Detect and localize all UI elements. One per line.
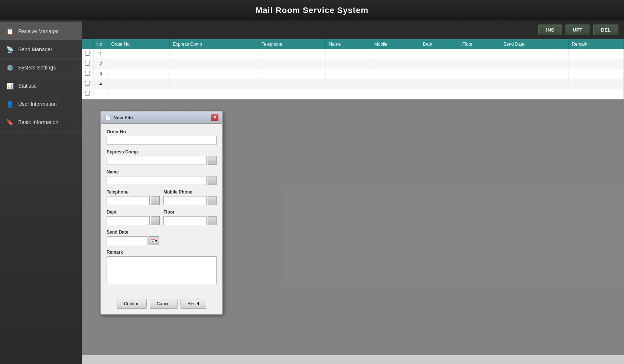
row-1-send-date	[500, 49, 569, 59]
cancel-button[interactable]: Cancel	[150, 299, 178, 309]
row-2-mobile	[371, 59, 420, 69]
reset-button[interactable]: Reset	[181, 299, 206, 309]
dialog-body: Order No Express Comp ...	[101, 124, 222, 295]
row-3-dept	[420, 69, 459, 79]
telephone-col: Telephone ...	[107, 189, 160, 205]
row-2-send-date	[500, 59, 569, 69]
row-4-dept	[420, 79, 459, 89]
dept-floor-row: Dept ... Floor	[107, 209, 217, 225]
telephone-input[interactable]	[107, 196, 150, 205]
sidebar-item-user-information[interactable]: 👤 User Information	[0, 95, 82, 113]
sidebar-item-receive-manager[interactable]: 📋 Receive Manager	[0, 22, 82, 40]
ins-button[interactable]: INS	[538, 25, 562, 35]
row-1-dept	[420, 49, 459, 59]
table-row: 2	[82, 59, 624, 69]
row-1-remark	[569, 49, 624, 59]
dialog-footer: Confirm Cancel Reset	[101, 295, 222, 314]
statistic-icon: 📊	[6, 81, 14, 90]
express-comp-input[interactable]	[107, 156, 207, 165]
confirm-button[interactable]: Confirm	[117, 299, 147, 309]
row-4-checkbox[interactable]	[85, 81, 90, 86]
row-4-order-no	[108, 79, 170, 89]
send-date-input[interactable]: 2011-08-30	[107, 236, 147, 245]
row-3-send-date	[500, 69, 569, 79]
row-4-express-comp	[170, 79, 259, 89]
sidebar-item-basic-information[interactable]: 🔖 Basic Information	[0, 113, 82, 131]
col-send-date: Send Date	[500, 39, 569, 49]
remark-textarea[interactable]	[107, 256, 217, 284]
row-2-no: 2	[93, 59, 108, 69]
row-3-floor	[459, 69, 500, 79]
toolbar: INS UPT DEL	[82, 20, 624, 39]
row-3-telephone	[259, 69, 326, 79]
row-1-name	[326, 49, 371, 59]
order-no-input[interactable]	[107, 136, 217, 145]
row-3-checkbox[interactable]	[85, 71, 90, 76]
row-2-checkbox[interactable]	[85, 61, 90, 66]
row-2-express-comp	[170, 59, 259, 69]
form-group-tel-mobile: Telephone ... Mobile Phone	[107, 189, 217, 205]
dialog-close-button[interactable]: ✕	[211, 114, 218, 121]
content-area: INS UPT DEL No Order No Express Comp Tel…	[82, 20, 624, 364]
upt-button[interactable]: UPT	[565, 25, 590, 35]
row-4-mobile	[371, 79, 420, 89]
form-group-send-date: Send Date 2011-08-30 📅▾	[107, 230, 217, 245]
table-row: 1	[82, 49, 624, 59]
mobile-phone-input-group: ...	[163, 196, 217, 205]
row-1-checkbox[interactable]	[85, 51, 90, 56]
name-input[interactable]	[107, 176, 207, 185]
col-dept: Dept	[420, 39, 459, 49]
basic-information-icon: 🔖	[6, 118, 14, 127]
form-group-order-no: Order No	[107, 129, 217, 145]
name-label: Name	[107, 169, 217, 175]
table-row: 4	[82, 79, 624, 89]
name-browse-button[interactable]: ...	[208, 176, 217, 185]
row-4-telephone	[259, 79, 326, 89]
sidebar-item-system-settings[interactable]: ⚙️ System Settings	[0, 59, 82, 77]
mobile-phone-browse-button[interactable]: ...	[208, 196, 217, 205]
table-row: 3	[82, 69, 624, 79]
order-no-label: Order No	[107, 129, 217, 134]
form-group-name: Name ...	[107, 169, 217, 185]
sidebar-item-statistic[interactable]: 📊 Statistic	[0, 77, 82, 95]
col-floor: Floor	[459, 39, 500, 49]
user-information-icon: 👤	[6, 100, 14, 108]
dept-browse-button[interactable]: ...	[151, 216, 160, 225]
col-checkbox	[82, 39, 93, 49]
header: Mail Room Service System	[0, 0, 624, 20]
row-1-no: 1	[93, 49, 108, 59]
col-telephone: Telephone	[259, 39, 326, 49]
row-5-checkbox[interactable]	[85, 91, 90, 96]
send-date-input-group: 2011-08-30 📅▾	[107, 236, 217, 245]
status-bar	[82, 355, 624, 364]
main-layout: 📋 Receive Manager 📡 Send Manager ⚙️ Syst…	[0, 20, 624, 364]
sidebar-item-send-manager[interactable]: 📡 Send Manager	[0, 40, 82, 59]
dialog-overlay: 📄 New File ✕ Order No	[82, 100, 624, 364]
row-3-remark	[569, 69, 624, 79]
col-order-no: Order No	[108, 39, 170, 49]
dept-input[interactable]	[107, 216, 150, 225]
floor-browse-button[interactable]: ...	[208, 216, 217, 225]
sidebar: 📋 Receive Manager 📡 Send Manager ⚙️ Syst…	[0, 20, 82, 364]
express-comp-browse-button[interactable]: ...	[208, 156, 217, 165]
form-group-remark: Remark	[107, 250, 217, 285]
new-file-dialog: 📄 New File ✕ Order No	[100, 111, 223, 315]
floor-label: Floor	[163, 209, 217, 215]
system-settings-icon: ⚙️	[6, 63, 14, 72]
sidebar-label-basic-information: Basic Information	[18, 119, 58, 125]
col-mobile: Mobile	[371, 39, 420, 49]
mobile-phone-input[interactable]	[163, 196, 207, 205]
table-header-row: No Order No Express Comp Telephone Name …	[82, 39, 624, 49]
del-button[interactable]: DEL	[593, 25, 618, 35]
table-row-empty	[82, 89, 624, 99]
col-express-comp: Express Comp	[170, 39, 259, 49]
sidebar-label-send-manager: Send Manager	[18, 46, 52, 52]
row-3-name	[326, 69, 371, 79]
row-2-floor	[459, 59, 500, 69]
floor-input[interactable]	[163, 216, 207, 225]
express-comp-label: Express Comp	[107, 149, 217, 155]
send-date-calendar-button[interactable]: 📅▾	[149, 236, 159, 245]
telephone-browse-button[interactable]: ...	[151, 196, 160, 205]
form-group-dept-floor: Dept ... Floor	[107, 209, 217, 225]
data-table: No Order No Express Comp Telephone Name …	[82, 39, 624, 99]
